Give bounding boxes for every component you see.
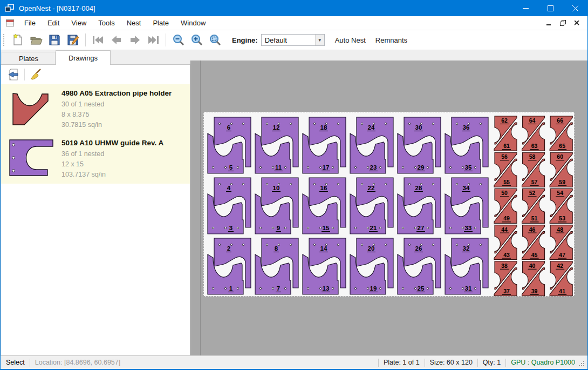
svg-text:13: 13 — [323, 285, 330, 292]
mdi-close-button[interactable] — [570, 18, 583, 29]
window-title: OpenNest - [N0317-004] — [19, 4, 95, 12]
drawing-item[interactable]: 5019 A10 UHMW guide Rev. A 36 of 1 neste… — [1, 134, 190, 184]
purple-part-pair[interactable]: 1413 — [303, 238, 346, 294]
purple-part-pair[interactable]: 1615 — [303, 178, 346, 234]
svg-text:19: 19 — [370, 285, 377, 292]
red-part-pair[interactable]: 6261 — [494, 116, 517, 151]
svg-text:20: 20 — [368, 245, 375, 252]
red-part-pair[interactable]: 5857 — [522, 152, 545, 187]
zoom-fit-button[interactable] — [206, 32, 224, 48]
menu-item-edit[interactable]: Edit — [42, 19, 65, 27]
red-part-pair[interactable]: 5251 — [522, 189, 545, 223]
red-part-pair[interactable]: 4443 — [494, 225, 517, 260]
purple-part-pair[interactable]: 2827 — [398, 178, 441, 234]
engine-select[interactable]: Default ▼ — [261, 34, 325, 46]
panel-tabs: Plates Drawings — [1, 50, 190, 65]
remnants-button[interactable]: Remnants — [371, 33, 412, 47]
tab-plates[interactable]: Plates — [2, 52, 56, 65]
red-part-pair[interactable]: 4039 — [522, 261, 545, 296]
drawing-thumbnail — [8, 88, 55, 128]
first-plate-button[interactable] — [89, 32, 107, 48]
drawing-nested-count: 30 of 1 nested — [61, 99, 172, 110]
svg-text:11: 11 — [275, 164, 282, 171]
menu-item-nest[interactable]: Nest — [121, 19, 147, 27]
svg-text:36: 36 — [463, 124, 470, 131]
purple-part-pair[interactable]: 2221 — [350, 178, 393, 234]
red-part-pair[interactable]: 4645 — [522, 225, 545, 260]
svg-text:42: 42 — [557, 263, 563, 269]
menu-item-file[interactable]: File — [18, 19, 42, 27]
menu-item-tools[interactable]: Tools — [92, 19, 120, 27]
import-drawing-button[interactable] — [5, 67, 22, 82]
nest-canvas[interactable]: 6512111817242330293635431091615222128273… — [190, 60, 587, 355]
clear-drawings-button[interactable] — [28, 67, 44, 82]
purple-part-pair[interactable]: 65 — [208, 117, 251, 173]
svg-text:26: 26 — [415, 245, 422, 252]
purple-part-pair[interactable]: 2423 — [350, 117, 393, 173]
next-plate-button[interactable] — [126, 32, 144, 48]
previous-plate-button[interactable] — [107, 32, 126, 48]
menu-item-plate[interactable]: Plate — [147, 19, 175, 27]
menu-item-window[interactable]: Window — [175, 19, 211, 27]
tab-drawings[interactable]: Drawings — [56, 50, 111, 65]
toolbar-grip[interactable] — [3, 33, 5, 46]
purple-part-pair[interactable]: 3029 — [398, 117, 441, 173]
svg-text:48: 48 — [557, 226, 563, 233]
mdi-restore-button[interactable] — [556, 18, 569, 29]
red-part-pair[interactable]: 5049 — [494, 189, 517, 223]
maximize-button[interactable] — [538, 0, 563, 16]
close-button[interactable] — [563, 0, 587, 16]
drawing-size: 12 x 15 — [61, 159, 163, 170]
last-plate-button[interactable] — [144, 32, 162, 48]
document-icon[interactable] — [6, 19, 14, 26]
svg-text:33: 33 — [465, 225, 472, 231]
red-part-pair[interactable]: 6665 — [550, 116, 572, 151]
purple-part-pair[interactable]: 3433 — [445, 178, 488, 234]
drawing-item[interactable]: 4980 A05 Extraction pipe holder 30 of 1 … — [1, 84, 190, 134]
drawing-thumbnail — [8, 138, 55, 178]
mdi-minimize-button[interactable] — [542, 18, 555, 29]
svg-text:47: 47 — [559, 252, 565, 258]
purple-part-pair[interactable]: 21 — [208, 238, 251, 294]
purple-part-pair[interactable]: 3231 — [445, 238, 488, 294]
svg-text:28: 28 — [415, 185, 422, 191]
auto-nest-button[interactable]: Auto Nest — [330, 33, 371, 47]
svg-text:56: 56 — [501, 153, 508, 160]
zoom-out-button[interactable] — [169, 32, 188, 48]
engine-value: Default — [262, 36, 315, 44]
open-file-button[interactable] — [27, 32, 45, 48]
minimize-button[interactable] — [513, 0, 538, 16]
red-part-pair[interactable]: 4847 — [550, 225, 572, 260]
plate-sheet[interactable]: 6512111817242330293635431091615222128273… — [203, 112, 575, 297]
svg-text:12: 12 — [273, 124, 280, 131]
red-part-pair[interactable]: 4241 — [550, 261, 572, 296]
purple-part-pair[interactable]: 1817 — [303, 117, 346, 173]
svg-text:59: 59 — [559, 179, 565, 185]
purple-part-pair[interactable]: 87 — [255, 238, 298, 294]
menu-bar: FileEditViewToolsNestPlateWindow — [1, 16, 587, 30]
canvas-area: 6512111817242330293635431091615222128273… — [190, 50, 587, 355]
purple-part-pair[interactable]: 43 — [208, 178, 251, 234]
save-as-button[interactable] — [64, 32, 82, 48]
resize-grip[interactable] — [578, 360, 586, 368]
save-button[interactable] — [45, 32, 64, 48]
zoom-in-button[interactable] — [188, 32, 206, 48]
svg-text:34: 34 — [463, 185, 470, 191]
purple-part-pair[interactable]: 2019 — [350, 238, 393, 294]
purple-part-pair[interactable]: 3635 — [445, 117, 488, 173]
red-part-pair[interactable]: 5655 — [494, 152, 517, 187]
nest-svg: 6512111817242330293635431091615222128273… — [204, 112, 575, 297]
svg-text:2: 2 — [227, 245, 230, 252]
menu-item-view[interactable]: View — [65, 19, 92, 27]
svg-text:54: 54 — [557, 190, 563, 196]
red-part-pair[interactable]: 5453 — [550, 189, 572, 223]
red-part-pair[interactable]: 6463 — [522, 116, 545, 151]
chevron-down-icon[interactable]: ▼ — [315, 35, 324, 45]
purple-part-pair[interactable]: 2625 — [398, 238, 441, 294]
purple-part-pair[interactable]: 1211 — [255, 117, 298, 173]
red-part-pair[interactable]: 3837 — [494, 261, 517, 296]
red-part-pair[interactable]: 6059 — [550, 152, 572, 187]
new-file-button[interactable] — [9, 32, 27, 48]
svg-text:41: 41 — [559, 288, 565, 294]
purple-part-pair[interactable]: 109 — [255, 178, 298, 234]
